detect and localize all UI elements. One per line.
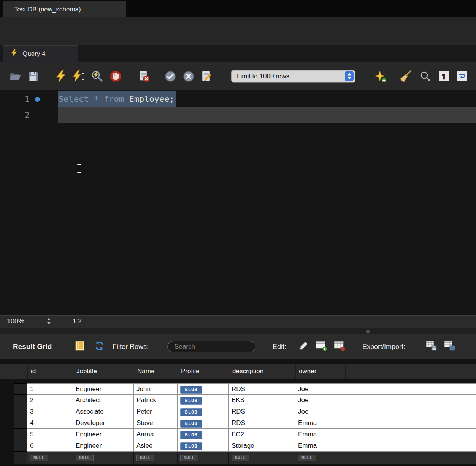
- export-recordset-button[interactable]: [426, 341, 437, 353]
- cell-name-null[interactable]: NULL: [134, 452, 178, 464]
- invisible-characters-toggle-button[interactable]: ¶: [437, 70, 451, 83]
- row-selector[interactable]: [14, 383, 27, 395]
- row-selector[interactable]: [14, 452, 27, 464]
- tab-query-4[interactable]: Query 4: [3, 45, 78, 62]
- table-row-new: NULL NULL NULL NULL NULL NULL: [14, 452, 476, 464]
- cell-profile[interactable]: BLOB: [178, 395, 229, 406]
- row-selector[interactable]: [14, 406, 27, 417]
- panel-splitter[interactable]: [0, 328, 476, 334]
- limit-rows-dropdown[interactable]: Limit to 1000 rows: [231, 70, 355, 82]
- sql-code-editor[interactable]: 1 Select * from Employee; 2: [0, 90, 476, 315]
- cell-profile[interactable]: BLOB: [178, 440, 229, 452]
- cell-profile[interactable]: BLOB: [178, 429, 229, 440]
- column-header-id[interactable]: id: [27, 364, 73, 379]
- mysql-workbench-window: Test DB (new_schema) Query 4: [0, 0, 476, 466]
- cell-name[interactable]: Asiee: [134, 440, 178, 452]
- table-row-1: 1 Engineer John BLOB RDS Joe: [14, 383, 476, 395]
- delete-row-button[interactable]: [334, 341, 345, 353]
- stop-query-button[interactable]: [109, 70, 122, 83]
- dropdown-stepper-icon[interactable]: [345, 71, 354, 81]
- insert-row-button[interactable]: [316, 341, 327, 353]
- pilcrow-icon: ¶: [442, 73, 446, 80]
- refresh-button[interactable]: [94, 341, 105, 353]
- cell-jobtitle-null[interactable]: NULL: [73, 452, 134, 464]
- commit-button[interactable]: [163, 70, 177, 83]
- cell-name[interactable]: John: [134, 383, 178, 395]
- cell-id[interactable]: 5: [27, 429, 73, 440]
- cell-filler: [345, 395, 476, 406]
- cell-jobtitle[interactable]: Engineer: [73, 429, 134, 440]
- blob-badge: BLOB: [180, 442, 202, 450]
- column-header-description[interactable]: description: [229, 364, 295, 379]
- filter-search-field[interactable]: [167, 341, 255, 352]
- query-bolt-icon: [11, 49, 17, 59]
- schema-tab[interactable]: Test DB (new_schema): [3, 1, 126, 17]
- header-gutter: [0, 364, 27, 379]
- row-selector[interactable]: [14, 440, 27, 452]
- cell-id[interactable]: 6: [27, 440, 73, 452]
- blob-badge: BLOB: [180, 408, 202, 416]
- cell-description[interactable]: EC2: [229, 429, 295, 440]
- save-script-button[interactable]: [27, 70, 40, 83]
- splitter-handle-dot: [366, 330, 370, 333]
- cell-owner[interactable]: Emma: [295, 417, 345, 429]
- cell-id-null[interactable]: NULL: [27, 452, 73, 464]
- cell-description[interactable]: EKS: [229, 395, 295, 406]
- cell-owner-null[interactable]: NULL: [295, 452, 345, 464]
- cell-description-null[interactable]: NULL: [229, 452, 295, 464]
- rollback-button[interactable]: [182, 70, 195, 83]
- column-header-profile[interactable]: Profile: [178, 364, 229, 379]
- column-header-name[interactable]: Name: [134, 364, 178, 379]
- cell-description[interactable]: RDS: [229, 383, 295, 395]
- open-file-button[interactable]: [8, 70, 22, 83]
- autocommit-toggle-button[interactable]: [200, 70, 213, 83]
- edit-cell-button[interactable]: [298, 341, 309, 352]
- cell-description[interactable]: RDS: [229, 417, 295, 429]
- find-button[interactable]: [418, 70, 432, 83]
- cell-owner[interactable]: Joe: [295, 406, 345, 417]
- cell-id[interactable]: 2: [27, 395, 73, 406]
- cell-jobtitle[interactable]: Engineer: [73, 440, 134, 452]
- cell-jobtitle[interactable]: Developer: [73, 417, 134, 429]
- cell-profile-null[interactable]: NULL: [178, 452, 229, 464]
- column-header-owner[interactable]: owner: [295, 364, 345, 379]
- cell-description[interactable]: Storage: [229, 440, 295, 452]
- cell-owner[interactable]: Joe: [295, 383, 345, 395]
- table-header: id Jobtitle Name Profile description own…: [0, 364, 476, 379]
- search-input[interactable]: [175, 343, 259, 350]
- cell-owner[interactable]: Emma: [295, 429, 345, 440]
- cell-owner[interactable]: Emma: [295, 440, 345, 452]
- execute-button[interactable]: [54, 70, 68, 83]
- stop-on-error-toggle-button[interactable]: [137, 70, 151, 83]
- cell-name[interactable]: Patrick: [134, 395, 178, 406]
- save-snippet-button[interactable]: [373, 70, 387, 83]
- wrap-text-toggle-button[interactable]: [455, 70, 469, 83]
- execute-current-statement-button[interactable]: [72, 70, 86, 83]
- toggle-columns-button[interactable]: [75, 341, 84, 352]
- cell-id[interactable]: 3: [27, 406, 73, 417]
- cell-jobtitle[interactable]: Architect: [73, 395, 134, 406]
- cell-profile[interactable]: BLOB: [178, 383, 229, 395]
- cell-description[interactable]: RDS: [229, 406, 295, 417]
- zoom-stepper[interactable]: [46, 317, 51, 327]
- column-header-jobtitle[interactable]: Jobtitle: [73, 364, 134, 379]
- explain-plan-button[interactable]: [90, 70, 104, 83]
- beautify-sql-button[interactable]: [399, 70, 413, 83]
- cell-owner[interactable]: Joe: [295, 395, 345, 406]
- row-selector[interactable]: [14, 417, 27, 429]
- cell-name[interactable]: Peter: [134, 406, 178, 417]
- sql-statement[interactable]: Select * from Employee;: [58, 91, 176, 107]
- row-selector[interactable]: [14, 395, 27, 406]
- cell-name[interactable]: Steve: [134, 417, 178, 429]
- cell-profile[interactable]: BLOB: [178, 417, 229, 429]
- cell-id[interactable]: 1: [27, 383, 73, 395]
- cell-jobtitle[interactable]: Engineer: [73, 383, 134, 395]
- cell-jobtitle[interactable]: Associate: [73, 406, 134, 417]
- cell-profile[interactable]: BLOB: [178, 406, 229, 417]
- cell-name[interactable]: Aaraa: [134, 429, 178, 440]
- cell-id[interactable]: 4: [27, 417, 73, 429]
- autocommit-edit-icon: [201, 70, 212, 82]
- row-selector[interactable]: [14, 429, 27, 440]
- schema-tab-label: Test DB (new_schema): [14, 6, 81, 13]
- import-recordset-button[interactable]: [444, 341, 455, 353]
